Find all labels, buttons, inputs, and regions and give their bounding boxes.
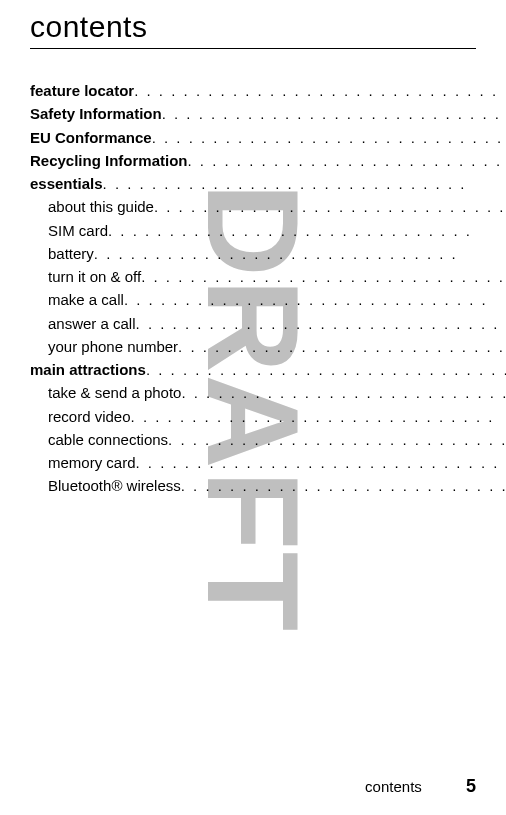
toc-label: make a call	[48, 288, 124, 311]
toc-label: answer a call	[48, 312, 136, 335]
toc-entry: cable connections24	[30, 428, 506, 451]
footer-label: contents	[365, 778, 422, 795]
page-body: contents feature locator3Safety Informat…	[0, 0, 506, 815]
toc-leader-dots	[181, 381, 506, 404]
toc-entry: essentials16	[30, 172, 506, 195]
toc-entry: about this guide16	[30, 195, 506, 218]
toc-label: Safety Information	[30, 102, 162, 125]
toc-entry: turn it on & off19	[30, 265, 506, 288]
toc-leader-dots	[108, 219, 506, 242]
toc-leader-dots	[124, 288, 506, 311]
toc-leader-dots	[146, 358, 506, 381]
toc-label: feature locator	[30, 79, 134, 102]
toc-leader-dots	[136, 451, 506, 474]
toc-entry: make a call20	[30, 288, 506, 311]
toc-leader-dots	[136, 312, 506, 335]
toc-label: Bluetooth® wireless	[48, 474, 181, 497]
page-title: contents	[30, 10, 476, 44]
title-rule	[30, 48, 476, 49]
toc-leader-dots	[134, 79, 506, 102]
toc-column-left: feature locator3Safety Information7EU Co…	[30, 79, 506, 498]
toc-leader-dots	[141, 265, 506, 288]
toc-leader-dots	[181, 474, 506, 497]
toc-leader-dots	[162, 102, 506, 125]
toc-columns: feature locator3Safety Information7EU Co…	[30, 79, 476, 498]
toc-label: your phone number	[48, 335, 178, 358]
toc-label: about this guide	[48, 195, 154, 218]
toc-label: take & send a photo	[48, 381, 181, 404]
toc-entry: SIM card16	[30, 219, 506, 242]
toc-entry: Safety Information7	[30, 102, 506, 125]
toc-entry: record video23	[30, 405, 506, 428]
page-footer: contents 5	[365, 776, 476, 797]
toc-entry: your phone number20	[30, 335, 506, 358]
toc-entry: EU Conformance14	[30, 126, 506, 149]
toc-entry: take & send a photo21	[30, 381, 506, 404]
toc-entry: answer a call20	[30, 312, 506, 335]
toc-leader-dots	[188, 149, 506, 172]
toc-leader-dots	[152, 126, 506, 149]
toc-entry: battery17	[30, 242, 506, 265]
toc-entry: Recycling Information15	[30, 149, 506, 172]
toc-label: turn it on & off	[48, 265, 141, 288]
toc-label: SIM card	[48, 219, 108, 242]
toc-label: essentials	[30, 172, 103, 195]
toc-entry: main attractions21	[30, 358, 506, 381]
toc-entry: feature locator3	[30, 79, 506, 102]
toc-leader-dots	[168, 428, 506, 451]
footer-page-number: 5	[466, 776, 476, 796]
toc-entry: Bluetooth® wireless27	[30, 474, 506, 497]
toc-label: battery	[48, 242, 94, 265]
toc-label: record video	[48, 405, 131, 428]
toc-label: Recycling Information	[30, 149, 188, 172]
toc-label: EU Conformance	[30, 126, 152, 149]
toc-label: cable connections	[48, 428, 168, 451]
toc-entry: memory card25	[30, 451, 506, 474]
toc-label: main attractions	[30, 358, 146, 381]
toc-leader-dots	[94, 242, 506, 265]
toc-leader-dots	[178, 335, 506, 358]
toc-leader-dots	[131, 405, 506, 428]
toc-label: memory card	[48, 451, 136, 474]
toc-leader-dots	[154, 195, 506, 218]
toc-leader-dots	[103, 172, 506, 195]
